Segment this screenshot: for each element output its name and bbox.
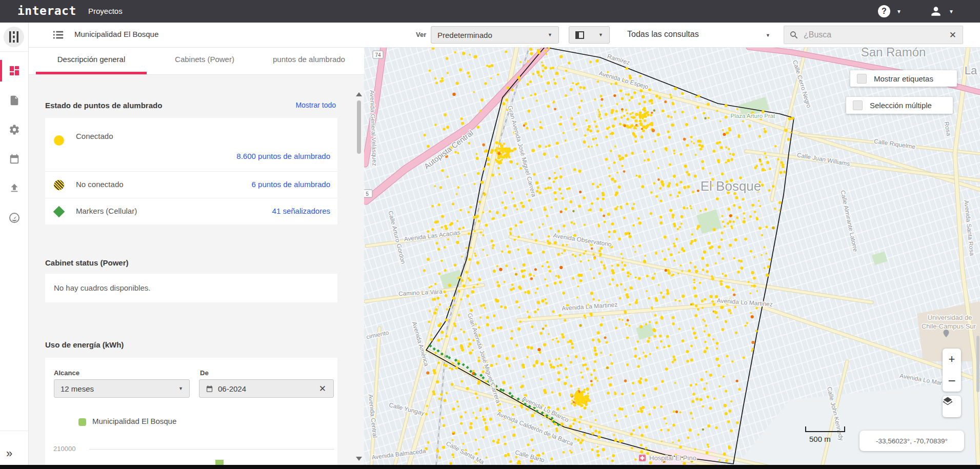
map-edge-scrollbar[interactable]: [976, 336, 979, 392]
panel-scrollbar[interactable]: [357, 100, 361, 154]
search-box[interactable]: ✕: [784, 26, 963, 44]
scroll-up-arrow[interactable]: [356, 92, 362, 96]
map-label: El Bosque: [701, 178, 762, 194]
layers-icon: [943, 396, 953, 406]
y-axis-tick: 210000: [53, 445, 75, 453]
interact-logo: interact: [17, 4, 76, 17]
range-select[interactable]: 12 meses ▼: [54, 379, 190, 398]
zoom-in-button[interactable]: +: [943, 349, 961, 370]
chart-gridline: [89, 449, 334, 450]
gear-icon: [9, 124, 20, 135]
status-section-title: Estado de puntos de alumbrado: [45, 101, 162, 110]
from-date-field[interactable]: 06-2024 ✕: [199, 379, 334, 398]
layout-select[interactable]: ▼: [569, 26, 610, 44]
sidebar-item-settings[interactable]: [0, 117, 28, 142]
tab-descripci-n-general[interactable]: Descripción general: [36, 47, 147, 72]
cabinet-empty-message: No hay cuadros disponibles.: [54, 283, 150, 292]
toolbar: Municipalidad El Bosque Ver Predetermina…: [28, 23, 980, 48]
status-row: No conectado6 puntos de alumbrado: [45, 172, 337, 198]
map-canvas[interactable]: 745RamírezAvenida Lo EspejoAutopista Cen…: [364, 47, 980, 469]
gauge-icon: [8, 212, 21, 224]
chevron-down-icon: ▼: [178, 386, 183, 391]
nav-proyectos[interactable]: Proyectos: [88, 7, 123, 15]
energy-card: Alcance 12 meses ▼ De 06-2024 ✕ Municipa…: [45, 358, 337, 469]
tab-cabinets-power-[interactable]: Cabinets (Power): [155, 47, 254, 72]
green-diamond-icon: [53, 206, 65, 217]
status-row: Conectado8.600 puntos de alumbrado: [45, 118, 337, 172]
sidebar-item-upload[interactable]: [0, 176, 28, 200]
status-count-link[interactable]: 41 señalizadores: [272, 207, 330, 215]
divider: [0, 431, 28, 431]
multi-select-toggle[interactable]: Selección múltiple: [846, 97, 953, 114]
status-card: Conectado8.600 puntos de alumbradoNo con…: [45, 118, 337, 225]
view-select-value: Predeterminado: [437, 31, 492, 39]
status-label: Markers (Cellular): [76, 207, 137, 215]
sidebar-item-performance[interactable]: [0, 206, 28, 230]
chevron-down-icon[interactable]: ▼: [766, 33, 770, 38]
series-legend-swatch: [78, 418, 86, 426]
from-label: De: [200, 369, 209, 377]
status-count-link[interactable]: 6 puntos de alumbrado: [252, 180, 330, 189]
help-menu[interactable]: ? ▼: [878, 0, 902, 23]
divider: [0, 51, 28, 52]
app-window: interact Proyectos ? ▼ ▼ Municipalidad E…: [0, 0, 980, 469]
sidebar-item-schedules[interactable]: [0, 147, 28, 171]
range-select-value: 12 meses: [61, 384, 94, 393]
clear-date-icon[interactable]: ✕: [318, 383, 327, 394]
panel-tabs: Descripción generalCabinets (Power)punto…: [28, 47, 364, 75]
upload-icon: [9, 182, 20, 194]
chevron-down-icon[interactable]: ▼: [896, 9, 902, 14]
clear-search-icon[interactable]: ✕: [948, 30, 957, 40]
document-icon: [9, 95, 20, 106]
energy-section-title: Uso de energía (kWh): [45, 340, 124, 349]
dashboard-icon: [8, 65, 21, 77]
checkbox[interactable]: [857, 74, 867, 84]
sidebar-item-reports[interactable]: [0, 88, 28, 113]
hospital-icon: [639, 455, 646, 461]
map-label: Plaza Arturo Prat: [731, 113, 776, 119]
map-label: Chile-Campus Sur: [922, 322, 976, 330]
svg-text:5: 5: [366, 191, 369, 197]
window-bottom-edge: [0, 465, 980, 469]
scroll-down-arrow[interactable]: [356, 457, 362, 461]
sidebar-item-dashboard[interactable]: [0, 58, 28, 83]
layers-button[interactable]: [943, 396, 961, 417]
status-label: No conectado: [76, 180, 124, 189]
split-layout-icon: [575, 31, 584, 39]
map-label: Hospital El Pino: [649, 454, 696, 462]
collapse-sidebar-button[interactable]: »: [6, 447, 12, 460]
svg-text:74: 74: [375, 52, 381, 58]
show-labels-toggle[interactable]: Mostrar etiquetas: [850, 70, 957, 87]
project-avatar[interactable]: [4, 27, 24, 47]
chevron-down-icon: ▼: [598, 32, 603, 37]
tab-puntos-de-alumbrado[interactable]: puntos de alumbrado: [254, 47, 364, 72]
cabinet-section-title: Cabinet status (Power): [45, 258, 129, 267]
project-title: Municipalidad El Bosque: [74, 30, 158, 38]
search-input[interactable]: [803, 30, 948, 40]
cabinet-card: No hay cuadros disponibles.: [45, 274, 337, 302]
show-all-link[interactable]: Mostrar todo: [295, 101, 336, 109]
help-icon[interactable]: ?: [878, 5, 890, 17]
queries-select[interactable]: Todas las consultas: [627, 30, 699, 39]
zoom-controls: + −: [943, 349, 961, 392]
multi-select-label: Selección múltiple: [870, 101, 932, 110]
view-select[interactable]: Predeterminado ▼: [431, 26, 559, 44]
overview-panel: Descripción generalCabinets (Power)punto…: [28, 47, 364, 469]
checkbox[interactable]: [853, 100, 863, 110]
left-rail: »: [0, 23, 29, 469]
map-scale-bar: [805, 426, 845, 432]
status-label: Conectado: [76, 132, 113, 140]
calendar-icon: [9, 153, 20, 165]
chevron-down-icon[interactable]: ▼: [949, 9, 954, 14]
zoom-out-button[interactable]: −: [943, 370, 961, 392]
user-menu[interactable]: ▼: [929, 0, 954, 23]
top-bar: interact Proyectos ? ▼ ▼: [0, 0, 980, 23]
chevron-down-icon: ▼: [548, 32, 552, 37]
list-icon[interactable]: [53, 30, 64, 39]
yellow-circle-icon: [54, 135, 64, 146]
status-row: Markers (Cellular)41 señalizadores: [45, 198, 337, 225]
status-count-link[interactable]: 8.600 puntos de alumbrado: [236, 152, 330, 160]
map-label: Universidad de: [928, 314, 972, 321]
map-label: La: [965, 64, 977, 77]
user-icon[interactable]: [929, 5, 943, 18]
